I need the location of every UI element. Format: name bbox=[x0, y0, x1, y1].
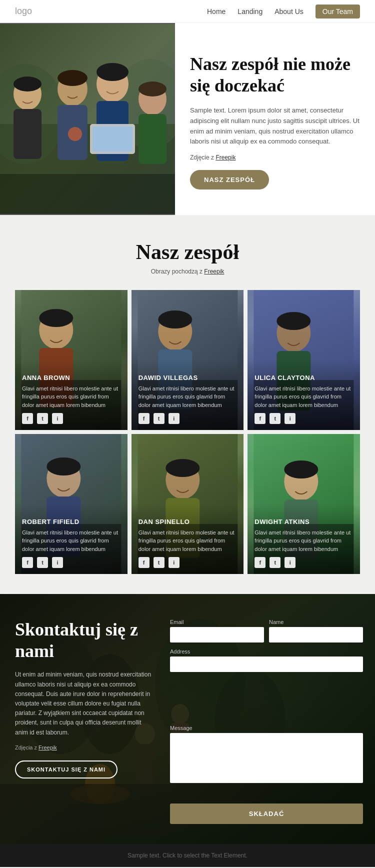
contact-photo-credit: Zdjęcia z Freepik bbox=[15, 744, 155, 750]
team-card[interactable]: ROBERT FIFIELD Glavi amet ritnisi libero… bbox=[15, 434, 128, 574]
name-label: Name bbox=[269, 619, 363, 625]
nav-links: Home Landing About Us Our Team bbox=[207, 7, 360, 16]
social-icons: f t i bbox=[138, 557, 237, 568]
facebook-icon[interactable]: f bbox=[254, 557, 266, 568]
svg-point-19 bbox=[68, 127, 82, 141]
team-card[interactable]: DWIGHT ATKINS Glavi amet ritnisi libero … bbox=[248, 434, 360, 574]
card-desc: Glavi amet ritnisi libero molestie ante … bbox=[254, 528, 353, 554]
social-icons: f t i bbox=[22, 557, 120, 568]
hero-image bbox=[0, 23, 175, 215]
nav-item-about[interactable]: About Us bbox=[274, 7, 304, 16]
twitter-icon[interactable]: t bbox=[37, 413, 48, 424]
navigation: logo Home Landing About Us Our Team bbox=[0, 0, 375, 23]
social-icons: f t i bbox=[138, 413, 237, 424]
card-info: ROBERT FIFIELD Glavi amet ritnisi libero… bbox=[15, 510, 128, 574]
svg-point-6 bbox=[14, 76, 42, 92]
card-info: DAN SPINELLO Glavi amet ritnisi libero m… bbox=[132, 510, 244, 574]
form-group-address: Address bbox=[170, 648, 363, 719]
team-section-title: Nasz zespół bbox=[15, 240, 360, 264]
instagram-icon[interactable]: i bbox=[284, 413, 296, 424]
card-name: DAN SPINELLO bbox=[138, 518, 237, 526]
team-card[interactable]: DAN SPINELLO Glavi amet ritnisi libero m… bbox=[132, 434, 244, 574]
instagram-icon[interactable]: i bbox=[284, 557, 296, 568]
card-info: ULICA CLAYTONA Glavi amet ritnisi libero… bbox=[248, 366, 360, 430]
card-name: ULICA CLAYTONA bbox=[254, 374, 353, 382]
message-textarea[interactable] bbox=[170, 733, 363, 783]
social-icons: f t i bbox=[254, 557, 353, 568]
nav-item-landing[interactable]: Landing bbox=[238, 7, 262, 16]
contact-title: Skontaktuj się z nami bbox=[15, 619, 155, 662]
email-label: Email bbox=[170, 619, 264, 625]
card-name: DWIGHT ATKINS bbox=[254, 518, 353, 526]
message-label: Message bbox=[170, 725, 363, 731]
facebook-icon[interactable]: f bbox=[22, 557, 33, 568]
nav-item-home[interactable]: Home bbox=[207, 7, 226, 16]
form-group-name: Name bbox=[269, 619, 363, 642]
facebook-icon[interactable]: f bbox=[254, 413, 266, 424]
hero-text: Sample text. Lorem ipsum dolor sit amet,… bbox=[190, 106, 360, 147]
team-card[interactable]: ULICA CLAYTONA Glavi amet ritnisi libero… bbox=[248, 290, 360, 430]
svg-rect-5 bbox=[14, 109, 42, 159]
instagram-icon[interactable]: i bbox=[52, 413, 63, 424]
team-grid: ANNA BROWN Glavi amet ritnisi libero mol… bbox=[15, 290, 360, 574]
hero-content: Nasz zespół nie może się doczekać Sample… bbox=[175, 23, 375, 215]
footer-text: Sample text. Click to select the Text El… bbox=[8, 852, 367, 859]
hero-title: Nasz zespół nie może się doczekać bbox=[190, 54, 360, 96]
card-info: DWIGHT ATKINS Glavi amet ritnisi libero … bbox=[248, 510, 360, 574]
contact-left: Skontaktuj się z nami Ut enim ad minim v… bbox=[15, 619, 155, 824]
team-card[interactable]: ANNA BROWN Glavi amet ritnisi libero mol… bbox=[15, 290, 128, 430]
hero-cta-button[interactable]: NASZ ZESPÓŁ bbox=[190, 170, 269, 190]
team-subtitle: Obrazy pochodzą z Freepik bbox=[15, 268, 360, 275]
card-name: ANNA BROWN bbox=[22, 374, 120, 382]
card-desc: Glavi amet ritnisi libero molestie ante … bbox=[138, 528, 237, 554]
card-name: DAWID VILLEGAS bbox=[138, 374, 237, 382]
form-group-message: Message bbox=[170, 725, 363, 796]
facebook-icon[interactable]: f bbox=[138, 413, 150, 424]
submit-button[interactable]: SKŁADAĆ bbox=[170, 804, 363, 824]
card-name: ROBERT FIFIELD bbox=[22, 518, 120, 526]
twitter-icon[interactable]: t bbox=[37, 557, 48, 568]
svg-point-15 bbox=[138, 82, 166, 96]
contact-form: Email Name Address Message SKŁADAĆ bbox=[170, 619, 363, 824]
form-row-email-name: Email Name bbox=[170, 619, 363, 642]
name-input[interactable] bbox=[269, 627, 363, 642]
logo: logo bbox=[15, 6, 32, 16]
social-icons: f t i bbox=[22, 413, 120, 424]
svg-rect-18 bbox=[0, 174, 175, 214]
form-group-email: Email bbox=[170, 619, 264, 642]
card-info: ANNA BROWN Glavi amet ritnisi libero mol… bbox=[15, 366, 128, 430]
card-desc: Glavi amet ritnisi libero molestie ante … bbox=[138, 384, 237, 410]
svg-point-9 bbox=[58, 70, 88, 86]
team-card[interactable]: DAWID VILLEGAS Glavi amet ritnisi libero… bbox=[132, 290, 244, 430]
contact-cta-button[interactable]: SKONTAKTUJ SIĘ Z NAMI bbox=[15, 760, 118, 778]
instagram-icon[interactable]: i bbox=[52, 557, 63, 568]
twitter-icon[interactable]: t bbox=[270, 413, 280, 424]
team-section: Nasz zespół Obrazy pochodzą z Freepik bbox=[0, 215, 375, 594]
facebook-icon[interactable]: f bbox=[138, 557, 150, 568]
hero-section: Nasz zespół nie może się doczekać Sample… bbox=[0, 23, 375, 215]
card-info: DAWID VILLEGAS Glavi amet ritnisi libero… bbox=[132, 366, 244, 430]
nav-item-ourteam[interactable]: Our Team bbox=[316, 7, 360, 16]
instagram-icon[interactable]: i bbox=[168, 413, 180, 424]
svg-rect-14 bbox=[138, 114, 166, 164]
address-input[interactable] bbox=[170, 656, 363, 672]
twitter-icon[interactable]: t bbox=[270, 557, 280, 568]
email-input[interactable] bbox=[170, 627, 264, 642]
card-desc: Glavi amet ritnisi libero molestie ante … bbox=[254, 384, 353, 410]
hero-photo-credit: Zdjęcie z Freepik bbox=[190, 154, 360, 161]
twitter-icon[interactable]: t bbox=[154, 413, 164, 424]
contact-text: Ut enim ad minim veniam, quis nostrud ex… bbox=[15, 670, 155, 737]
svg-point-12 bbox=[96, 63, 128, 81]
facebook-icon[interactable]: f bbox=[22, 413, 33, 424]
svg-rect-17 bbox=[92, 126, 132, 152]
contact-section: Skontaktuj się z nami Ut enim ad minim v… bbox=[0, 594, 375, 844]
instagram-icon[interactable]: i bbox=[168, 557, 180, 568]
card-desc: Glavi amet ritnisi libero molestie ante … bbox=[22, 528, 120, 554]
twitter-icon[interactable]: t bbox=[154, 557, 164, 568]
social-icons: f t i bbox=[254, 413, 353, 424]
footer: Sample text. Click to select the Text El… bbox=[0, 844, 375, 867]
card-desc: Glavi amet ritnisi libero molestie ante … bbox=[22, 384, 120, 410]
address-label: Address bbox=[170, 648, 363, 654]
